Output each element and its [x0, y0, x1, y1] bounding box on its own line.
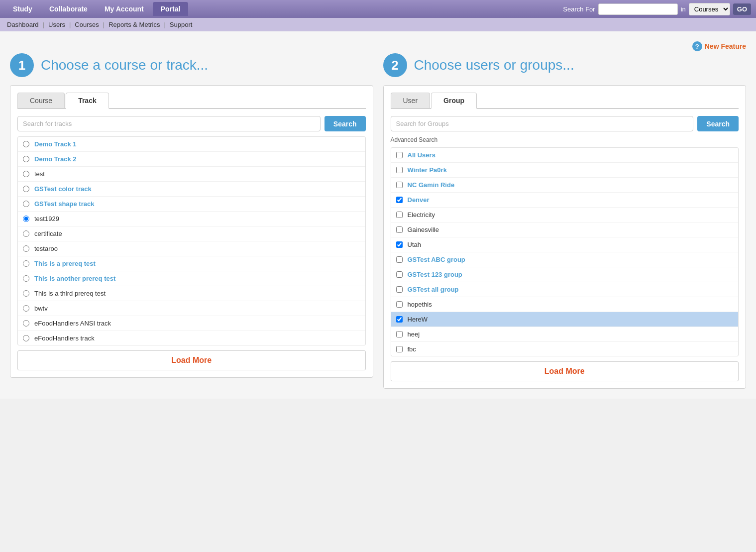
group-list-container: All UsersWinter Pa0rkNC Gamin RideDenver…: [391, 147, 739, 356]
column-2: 2 Choose users or groups... User Group S…: [383, 53, 747, 389]
group-name: Denver: [408, 196, 430, 204]
new-feature-icon: ?: [692, 41, 702, 51]
track-name: test1929: [34, 215, 59, 222]
sep2: |: [69, 21, 71, 28]
nav-tab-study[interactable]: Study: [5, 2, 40, 16]
group-load-more-button[interactable]: Load More: [391, 361, 739, 381]
track-name: bwtv: [34, 305, 48, 312]
track-name: GSTest color track: [34, 185, 92, 193]
tab-course[interactable]: Course: [17, 93, 65, 108]
new-feature-text: New Feature: [705, 42, 746, 50]
group-item[interactable]: Winter Pa0rk: [391, 163, 739, 178]
track-item[interactable]: eFoodHandlers track: [18, 331, 365, 345]
track-item[interactable]: Demo Track 2: [18, 152, 365, 167]
group-item[interactable]: hopethis: [391, 297, 739, 312]
track-item[interactable]: GSTest shape track: [18, 197, 365, 212]
group-name: HereW: [408, 316, 428, 323]
nav-tab-myaccount[interactable]: My Account: [97, 2, 152, 16]
group-name: GSTest ABC group: [408, 256, 465, 263]
track-item[interactable]: GSTest color track: [18, 182, 365, 197]
track-item[interactable]: Demo Track 1: [18, 137, 365, 152]
top-search-input[interactable]: [598, 3, 678, 15]
track-name: This is a third prereq test: [34, 290, 106, 297]
group-search-button[interactable]: Search: [697, 116, 739, 131]
track-item[interactable]: testaroo: [18, 241, 365, 256]
sub-nav-reports[interactable]: Reports & Metrics: [108, 21, 160, 28]
group-name: fbc: [408, 345, 416, 353]
section1-title: Choose a course or track...: [41, 57, 208, 73]
track-item[interactable]: This is a prereq test: [18, 256, 365, 271]
section2-search-row: Search: [391, 116, 739, 131]
step2-circle: 2: [383, 53, 407, 77]
track-item[interactable]: bwtv: [18, 301, 365, 316]
group-name: Utah: [408, 241, 421, 248]
section2-panel: User Group Search Advanced Search All Us…: [383, 85, 747, 389]
group-name: NC Gamin Ride: [408, 181, 455, 189]
group-name: Gainesville: [408, 226, 439, 233]
advanced-search-link[interactable]: Advanced Search: [391, 136, 739, 143]
track-name: eFoodHandlers track: [34, 334, 95, 342]
group-search-input[interactable]: [391, 116, 694, 131]
section1-panel: Course Track Search Demo Track 1Demo Tra…: [10, 85, 373, 378]
step1-circle: 1: [10, 53, 34, 77]
track-item[interactable]: test1929: [18, 212, 365, 226]
top-go-button[interactable]: GO: [733, 3, 751, 15]
group-item[interactable]: GSTest 123 group: [391, 267, 739, 282]
group-name: GSTest all group: [408, 286, 459, 293]
track-name: This is a prereq test: [34, 260, 96, 267]
section2-tabs: User Group: [391, 93, 739, 109]
two-columns: 1 Choose a course or track... Course Tra…: [10, 53, 746, 389]
group-item[interactable]: Utah: [391, 237, 739, 252]
track-search-button[interactable]: Search: [324, 116, 366, 131]
new-feature-bar: ? New Feature: [10, 41, 746, 51]
track-search-input[interactable]: [17, 116, 321, 131]
sub-nav-users[interactable]: Users: [48, 21, 65, 28]
column-1: 1 Choose a course or track... Course Tra…: [10, 53, 373, 389]
group-item[interactable]: fbc: [391, 342, 739, 356]
tab-user[interactable]: User: [391, 93, 431, 108]
group-name: Electricity: [408, 211, 435, 219]
tab-group[interactable]: Group: [431, 93, 477, 109]
sub-nav-dashboard[interactable]: Dashboard: [7, 21, 39, 28]
group-name: All Users: [408, 151, 435, 159]
group-item[interactable]: All Users: [391, 148, 739, 163]
nav-tab-collaborate[interactable]: Collaborate: [41, 2, 96, 16]
track-name: Demo Track 1: [34, 140, 77, 148]
group-name: heej: [408, 331, 420, 338]
track-item[interactable]: eFoodHandlers ANSI track: [18, 316, 365, 331]
top-nav: Study Collaborate My Account Portal Sear…: [0, 0, 756, 18]
track-name: certificate: [34, 230, 62, 237]
track-item[interactable]: This is another prereq test: [18, 271, 365, 286]
group-item[interactable]: GSTest ABC group: [391, 252, 739, 267]
track-name: GSTest shape track: [34, 200, 94, 208]
group-name: GSTest 123 group: [408, 271, 462, 278]
group-item[interactable]: Gainesville: [391, 222, 739, 237]
track-item[interactable]: certificate: [18, 226, 365, 241]
track-list-container: Demo Track 1Demo Track 2testGSTest color…: [17, 136, 366, 345]
track-name: test: [34, 170, 45, 178]
top-search-label: Search For: [563, 5, 595, 13]
track-name: testaroo: [34, 245, 58, 252]
top-search-select[interactable]: Courses Tracks Users: [689, 3, 730, 15]
section1-header: 1 Choose a course or track...: [10, 53, 373, 77]
section2-title: Choose users or groups...: [414, 57, 574, 73]
tab-track[interactable]: Track: [66, 93, 109, 109]
track-item[interactable]: test: [18, 167, 365, 182]
group-item[interactable]: HereW: [391, 312, 739, 327]
top-search-area: Search For in Courses Tracks Users GO: [563, 3, 751, 15]
section1-tabs: Course Track: [17, 93, 366, 109]
group-item[interactable]: GSTest all group: [391, 282, 739, 297]
group-item[interactable]: Denver: [391, 193, 739, 208]
track-item[interactable]: This is a third prereq test: [18, 286, 365, 301]
sub-nav: Dashboard | Users | Courses | Reports & …: [0, 18, 756, 31]
group-item[interactable]: NC Gamin Ride: [391, 178, 739, 193]
group-item[interactable]: heej: [391, 327, 739, 342]
track-load-more-button[interactable]: Load More: [17, 350, 366, 370]
sub-nav-courses[interactable]: Courses: [75, 21, 99, 28]
nav-tab-portal[interactable]: Portal: [153, 2, 189, 16]
group-item[interactable]: Electricity: [391, 208, 739, 222]
track-name: This is another prereq test: [34, 275, 115, 282]
group-name: Winter Pa0rk: [408, 166, 447, 174]
sep1: |: [43, 21, 44, 28]
sub-nav-support[interactable]: Support: [170, 21, 193, 28]
